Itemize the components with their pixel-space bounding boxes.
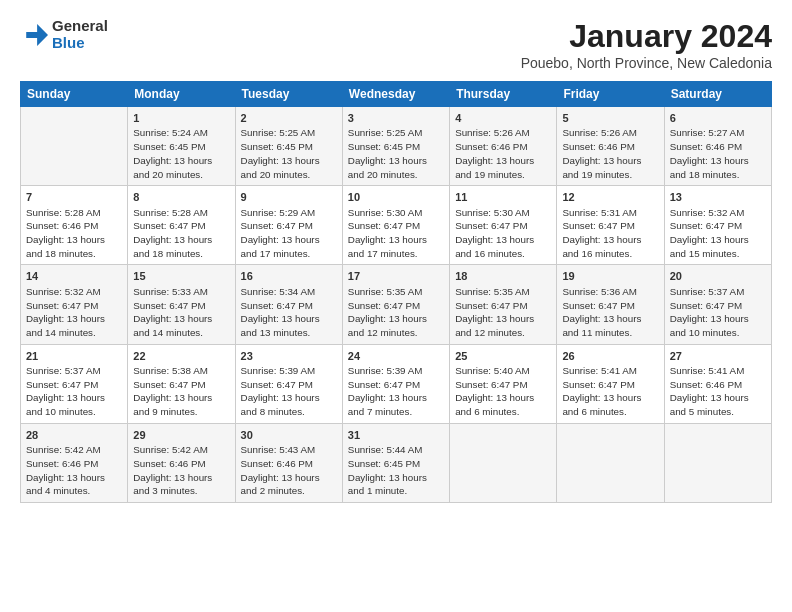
- calendar-header: Sunday Monday Tuesday Wednesday Thursday…: [21, 82, 772, 107]
- calendar-cell: 3Sunrise: 5:25 AMSunset: 6:45 PMDaylight…: [342, 107, 449, 186]
- day-info-line: Daylight: 13 hours: [455, 233, 551, 247]
- col-friday: Friday: [557, 82, 664, 107]
- day-info-line: Sunset: 6:45 PM: [348, 457, 444, 471]
- day-info-line: Sunset: 6:47 PM: [455, 299, 551, 313]
- day-info-line: Sunrise: 5:34 AM: [241, 285, 337, 299]
- day-info-line: Sunrise: 5:39 AM: [348, 364, 444, 378]
- calendar-week-3: 14Sunrise: 5:32 AMSunset: 6:47 PMDayligh…: [21, 265, 772, 344]
- day-info-line: Sunset: 6:47 PM: [348, 378, 444, 392]
- calendar-cell: 12Sunrise: 5:31 AMSunset: 6:47 PMDayligh…: [557, 186, 664, 265]
- day-info-line: and 1 minute.: [348, 484, 444, 498]
- day-info-line: and 18 minutes.: [670, 168, 766, 182]
- day-info-line: and 13 minutes.: [241, 326, 337, 340]
- title-block: January 2024 Pouebo, North Province, New…: [521, 18, 772, 71]
- col-tuesday: Tuesday: [235, 82, 342, 107]
- day-info-line: Sunrise: 5:25 AM: [348, 126, 444, 140]
- day-number: 23: [241, 349, 337, 364]
- day-number: 22: [133, 349, 229, 364]
- calendar-cell: 11Sunrise: 5:30 AMSunset: 6:47 PMDayligh…: [450, 186, 557, 265]
- day-info-line: Daylight: 13 hours: [133, 471, 229, 485]
- day-info-line: Sunset: 6:45 PM: [241, 140, 337, 154]
- day-info-line: Sunrise: 5:41 AM: [670, 364, 766, 378]
- day-number: 16: [241, 269, 337, 284]
- day-info-line: and 11 minutes.: [562, 326, 658, 340]
- day-info-line: Daylight: 13 hours: [562, 312, 658, 326]
- calendar-week-5: 28Sunrise: 5:42 AMSunset: 6:46 PMDayligh…: [21, 423, 772, 502]
- day-info-line: and 14 minutes.: [26, 326, 122, 340]
- day-info-line: Sunset: 6:45 PM: [348, 140, 444, 154]
- calendar-cell: 18Sunrise: 5:35 AMSunset: 6:47 PMDayligh…: [450, 265, 557, 344]
- day-info-line: Sunrise: 5:30 AM: [348, 206, 444, 220]
- col-sunday: Sunday: [21, 82, 128, 107]
- day-info-line: Sunset: 6:46 PM: [26, 219, 122, 233]
- day-info-line: Sunset: 6:46 PM: [26, 457, 122, 471]
- day-info-line: Sunset: 6:47 PM: [26, 299, 122, 313]
- day-number: 5: [562, 111, 658, 126]
- day-info-line: Sunset: 6:47 PM: [562, 299, 658, 313]
- day-info-line: and 7 minutes.: [348, 405, 444, 419]
- day-info-line: Sunset: 6:47 PM: [455, 378, 551, 392]
- day-info-line: Sunrise: 5:37 AM: [26, 364, 122, 378]
- day-info-line: and 16 minutes.: [562, 247, 658, 261]
- day-info-line: Daylight: 13 hours: [670, 391, 766, 405]
- day-info-line: Daylight: 13 hours: [348, 233, 444, 247]
- day-info-line: Daylight: 13 hours: [241, 233, 337, 247]
- day-number: 1: [133, 111, 229, 126]
- day-info-line: Sunrise: 5:32 AM: [26, 285, 122, 299]
- day-info-line: Daylight: 13 hours: [241, 471, 337, 485]
- day-info-line: and 19 minutes.: [455, 168, 551, 182]
- day-info-line: Sunrise: 5:24 AM: [133, 126, 229, 140]
- calendar-cell: 13Sunrise: 5:32 AMSunset: 6:47 PMDayligh…: [664, 186, 771, 265]
- day-number: 27: [670, 349, 766, 364]
- day-info-line: Sunrise: 5:26 AM: [562, 126, 658, 140]
- day-info-line: Daylight: 13 hours: [26, 233, 122, 247]
- page-title: January 2024: [521, 18, 772, 55]
- day-info-line: Daylight: 13 hours: [670, 312, 766, 326]
- col-thursday: Thursday: [450, 82, 557, 107]
- day-info-line: and 9 minutes.: [133, 405, 229, 419]
- day-info-line: Sunset: 6:46 PM: [241, 457, 337, 471]
- day-info-line: Sunset: 6:47 PM: [348, 299, 444, 313]
- calendar-cell: 23Sunrise: 5:39 AMSunset: 6:47 PMDayligh…: [235, 344, 342, 423]
- day-number: 31: [348, 428, 444, 443]
- logo: General Blue: [20, 18, 108, 51]
- calendar-cell: 2Sunrise: 5:25 AMSunset: 6:45 PMDaylight…: [235, 107, 342, 186]
- day-info-line: Sunrise: 5:28 AM: [133, 206, 229, 220]
- day-info-line: Sunset: 6:46 PM: [670, 378, 766, 392]
- day-number: 17: [348, 269, 444, 284]
- day-number: 7: [26, 190, 122, 205]
- day-info-line: and 6 minutes.: [455, 405, 551, 419]
- day-info-line: Daylight: 13 hours: [562, 233, 658, 247]
- day-number: 28: [26, 428, 122, 443]
- day-info-line: Sunrise: 5:43 AM: [241, 443, 337, 457]
- day-info-line: and 18 minutes.: [133, 247, 229, 261]
- day-info-line: Sunrise: 5:33 AM: [133, 285, 229, 299]
- calendar-cell: 17Sunrise: 5:35 AMSunset: 6:47 PMDayligh…: [342, 265, 449, 344]
- page: General Blue January 2024 Pouebo, North …: [0, 0, 792, 513]
- day-info-line: Sunrise: 5:27 AM: [670, 126, 766, 140]
- day-info-line: Daylight: 13 hours: [133, 233, 229, 247]
- calendar-cell: 29Sunrise: 5:42 AMSunset: 6:46 PMDayligh…: [128, 423, 235, 502]
- day-info-line: Sunset: 6:47 PM: [241, 219, 337, 233]
- day-info-line: Sunset: 6:46 PM: [562, 140, 658, 154]
- day-info-line: Daylight: 13 hours: [455, 391, 551, 405]
- day-info-line: Sunrise: 5:35 AM: [455, 285, 551, 299]
- day-info-line: Sunset: 6:46 PM: [670, 140, 766, 154]
- logo-blue-text: Blue: [52, 35, 108, 52]
- day-info-line: Daylight: 13 hours: [26, 391, 122, 405]
- calendar-cell: 9Sunrise: 5:29 AMSunset: 6:47 PMDaylight…: [235, 186, 342, 265]
- day-info-line: Sunrise: 5:26 AM: [455, 126, 551, 140]
- header: General Blue January 2024 Pouebo, North …: [20, 18, 772, 71]
- calendar-cell: 19Sunrise: 5:36 AMSunset: 6:47 PMDayligh…: [557, 265, 664, 344]
- day-number: 19: [562, 269, 658, 284]
- calendar-cell: 1Sunrise: 5:24 AMSunset: 6:45 PMDaylight…: [128, 107, 235, 186]
- day-info-line: Daylight: 13 hours: [562, 154, 658, 168]
- day-info-line: Sunset: 6:46 PM: [133, 457, 229, 471]
- calendar-body: 1Sunrise: 5:24 AMSunset: 6:45 PMDaylight…: [21, 107, 772, 503]
- day-number: 20: [670, 269, 766, 284]
- day-info-line: and 3 minutes.: [133, 484, 229, 498]
- day-info-line: Daylight: 13 hours: [26, 471, 122, 485]
- day-info-line: Sunrise: 5:42 AM: [133, 443, 229, 457]
- calendar-cell: 7Sunrise: 5:28 AMSunset: 6:46 PMDaylight…: [21, 186, 128, 265]
- day-number: 11: [455, 190, 551, 205]
